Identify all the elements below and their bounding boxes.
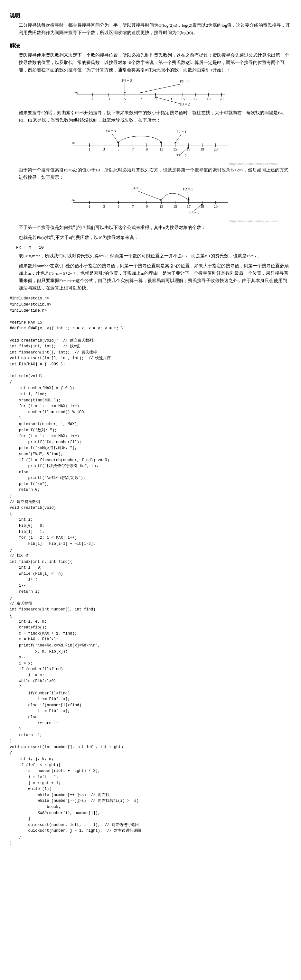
svg-line-51 bbox=[112, 134, 118, 143]
svg-text:F3 = 2: F3 = 2 bbox=[189, 211, 199, 215]
shuoming-para1: 二分搜寻法每次搜寻时，都会将搜寻区间分为一半，所以其搜寻时间为O(log(2)n… bbox=[19, 22, 291, 37]
svg-text:17: 17 bbox=[187, 147, 191, 151]
svg-text:F3 = 2: F3 = 2 bbox=[179, 102, 190, 106]
svg-text:5: 5 bbox=[124, 97, 126, 101]
svg-line-25 bbox=[155, 97, 179, 103]
svg-text:3: 3 bbox=[108, 97, 110, 101]
svg-text:13: 13 bbox=[159, 204, 163, 209]
jiefa-para3: 由于第一个搜寻值索引F5=5处的值小于19，所以此时必须对齐数列右方，也就是将第… bbox=[19, 167, 291, 181]
svg-text:-∞: -∞ bbox=[74, 91, 78, 95]
svg-text:20: 20 bbox=[219, 97, 223, 101]
jiefa-formula1: 也就是若Fk(n)找到不大于n的费氏数，以10为搜寻对象来说： bbox=[19, 234, 291, 242]
svg-text:1: 1 bbox=[88, 204, 90, 209]
svg-text:17: 17 bbox=[194, 97, 198, 101]
svg-text:F4 = 3: F4 = 3 bbox=[122, 78, 132, 83]
svg-text:3: 3 bbox=[103, 147, 105, 151]
watermark-2: https://blog.csdn.net/lingwenmiao/ bbox=[10, 218, 279, 224]
svg-text:F2 = 1: F2 = 1 bbox=[176, 130, 186, 134]
diagram-numberline-3: -∞ 1 3 5 7 9 13 15 17 19 20 F4 = 3 F2 = … bbox=[10, 185, 291, 215]
svg-text:9: 9 bbox=[155, 97, 157, 101]
svg-text:9: 9 bbox=[146, 147, 148, 151]
jiefa-para1: 费氏搜寻使用费氏数列来决定下一个数的搜寻位置，所以必须先制作费氏数列，这在之前有… bbox=[19, 52, 291, 74]
svg-text:F4 = 3: F4 = 3 bbox=[106, 129, 115, 133]
svg-line-79 bbox=[138, 191, 161, 200]
diagram-numberline-2: -∞ 1 3 5 7 9 13 15 17 19 20 F4 = 3 F2 = … bbox=[10, 127, 291, 158]
svg-text:17: 17 bbox=[187, 204, 191, 209]
svg-text:F3 = 2: F3 = 2 bbox=[176, 153, 186, 158]
svg-text:5: 5 bbox=[117, 147, 119, 151]
svg-text:F4 = 3: F4 = 3 bbox=[131, 186, 141, 190]
code-block-full: #include<stdio.h> #include<stdlib.h> #in… bbox=[10, 296, 291, 846]
svg-text:15: 15 bbox=[173, 204, 177, 209]
svg-line-53 bbox=[175, 134, 181, 143]
code-container: #include<stdio.h> #include<stdlib.h> #in… bbox=[10, 296, 291, 846]
svg-text:7: 7 bbox=[132, 204, 134, 209]
svg-text:7: 7 bbox=[140, 97, 142, 101]
svg-text:7: 7 bbox=[132, 147, 134, 151]
svg-text:F2 = 1: F2 = 1 bbox=[183, 187, 193, 191]
watermark-1: https://blog.csdn.net/lingwenmiao/ bbox=[10, 161, 279, 167]
svg-text:5: 5 bbox=[117, 204, 119, 209]
svg-text:9: 9 bbox=[146, 204, 148, 209]
svg-text:19: 19 bbox=[200, 147, 204, 151]
svg-line-23 bbox=[141, 84, 179, 92]
svg-text:-∞: -∞ bbox=[70, 140, 75, 145]
jiefa-formula2: Fx + m = 10 bbox=[16, 244, 291, 251]
svg-text:15: 15 bbox=[181, 97, 185, 101]
section-heading-shuoming: 说明 bbox=[10, 11, 291, 20]
jiefa-para2: 如果要搜寻5的话，则由索引F5=5开始搜寻，接下来如果数列中的数小于指定搜寻值时… bbox=[19, 109, 291, 124]
svg-text:-∞: -∞ bbox=[70, 198, 75, 202]
svg-text:3: 3 bbox=[103, 204, 105, 209]
svg-text:1: 1 bbox=[88, 147, 90, 151]
section-heading-jiefa: 解法 bbox=[10, 41, 291, 50]
jiefa-para4: 至于第一个搜寻值是如何找到的？我们可以由以下这个公式来求得，其中n为搜寻对象的个… bbox=[19, 224, 291, 232]
svg-text:1: 1 bbox=[92, 97, 94, 101]
jiefa-formula3: 取Fx 8,m=2，所以我们可以对费氏数列得n=6，然而第一个数的可能位置之一并… bbox=[19, 253, 291, 260]
jiefa-para5: 如果数列number在索引5处的值小于指定的搜寻值，则第一个搜寻位置就是索引5的… bbox=[19, 262, 291, 292]
svg-text:19: 19 bbox=[200, 204, 204, 209]
svg-text:F2 = 1: F2 = 1 bbox=[179, 80, 190, 84]
svg-text:19: 19 bbox=[207, 97, 211, 101]
svg-text:13: 13 bbox=[159, 147, 163, 151]
diagram-numberline-1: -∞ 1 3 5 7 9 13 15 17 19 20 F2 = 1 bbox=[10, 77, 291, 106]
svg-text:15: 15 bbox=[173, 147, 177, 151]
svg-line-81 bbox=[188, 192, 189, 200]
svg-text:20: 20 bbox=[214, 204, 218, 209]
svg-text:20: 20 bbox=[214, 147, 218, 151]
